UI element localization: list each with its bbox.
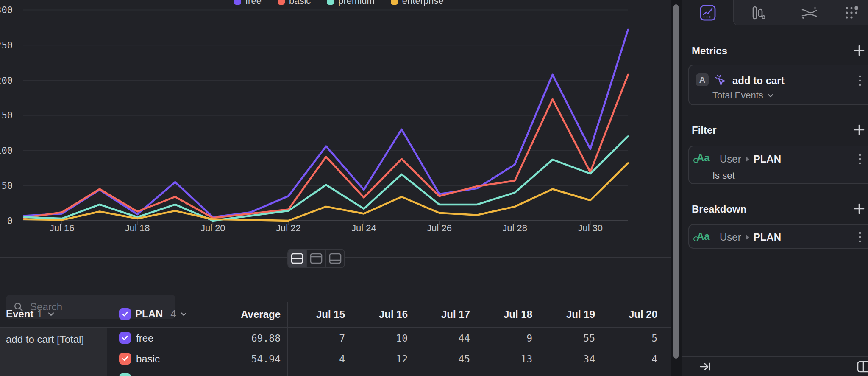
layout-chart-top-button[interactable] bbox=[307, 250, 326, 267]
check-icon bbox=[121, 334, 129, 342]
filter-options-kebab[interactable] bbox=[859, 153, 861, 167]
breakdown-card[interactable]: Aa User PLAN bbox=[688, 224, 868, 249]
basic-checkbox[interactable] bbox=[119, 353, 131, 365]
tab-bar-chart[interactable] bbox=[733, 0, 783, 25]
metric-card[interactable]: A add to cart Total Events bbox=[688, 65, 868, 105]
tab-more-apps[interactable] bbox=[835, 0, 868, 25]
svg-text:250: 250 bbox=[0, 40, 13, 51]
line-chart: 050100150200250300Jul 16Jul 18Jul 20Jul … bbox=[0, 0, 671, 237]
average-header: Average bbox=[196, 309, 281, 320]
chart-panel: free basic premium enterprise 0501001502… bbox=[0, 0, 671, 376]
table-cell: 12 bbox=[357, 354, 408, 365]
svg-text:Jul 18: Jul 18 bbox=[125, 223, 150, 233]
plan-label: free bbox=[136, 332, 153, 344]
date-header: Jul 15 bbox=[294, 309, 345, 320]
table-header-row: Event 1 PLAN 4 Average Jul 15 Jul 16 Jul… bbox=[0, 301, 671, 328]
layout-toggle-group bbox=[287, 249, 345, 268]
average-value: 69.88 bbox=[196, 333, 281, 344]
plan-label: premium bbox=[136, 374, 175, 376]
svg-text:Jul 20: Jul 20 bbox=[200, 223, 225, 233]
plus-icon bbox=[853, 123, 865, 136]
tab-insights[interactable] bbox=[682, 0, 733, 25]
layout-chart-bottom-button[interactable] bbox=[326, 250, 344, 267]
chevron-down-icon bbox=[181, 312, 187, 316]
breadcrumb-arrow-icon bbox=[746, 234, 749, 240]
metric-letter-badge: A bbox=[696, 73, 709, 86]
filter-heading: Filter bbox=[692, 124, 717, 136]
chart-legend: free basic premium enterprise bbox=[234, 0, 444, 6]
filter-property[interactable]: User PLAN bbox=[720, 153, 781, 165]
breakdown-options-kebab[interactable] bbox=[859, 231, 861, 245]
add-filter-button[interactable] bbox=[853, 123, 865, 138]
svg-text:200: 200 bbox=[0, 75, 13, 86]
svg-text:50: 50 bbox=[2, 180, 13, 191]
split-rows-icon bbox=[291, 253, 303, 264]
scrollbar-thumb[interactable] bbox=[673, 4, 679, 359]
filter-card[interactable]: Aa User PLAN Is set bbox=[688, 146, 868, 184]
table-cell: 4 bbox=[606, 354, 657, 365]
event-count: 1 bbox=[37, 308, 42, 320]
add-breakdown-button[interactable] bbox=[853, 202, 865, 217]
svg-text:Jul 28: Jul 28 bbox=[502, 223, 527, 233]
free-checkbox[interactable] bbox=[119, 332, 131, 344]
chart-bottom-icon bbox=[329, 253, 342, 264]
event-click-icon bbox=[714, 73, 727, 87]
layout-split-rows-button[interactable] bbox=[288, 250, 307, 267]
metric-event-name: add to cart bbox=[732, 75, 785, 87]
insights-line-chart-icon bbox=[699, 4, 716, 21]
table-cell: 3 bbox=[357, 374, 408, 376]
legend-label: premium bbox=[338, 0, 375, 6]
svg-text:Jul 22: Jul 22 bbox=[276, 223, 301, 233]
svg-text:150: 150 bbox=[0, 110, 13, 121]
kebab-icon bbox=[859, 75, 861, 87]
plan-count: 4 bbox=[170, 308, 176, 320]
legend-label: enterprise bbox=[402, 0, 444, 6]
bar-chart-icon bbox=[750, 4, 767, 21]
plan-header-label: PLAN bbox=[135, 308, 163, 320]
chevron-down-icon bbox=[48, 312, 54, 316]
plan-select-all-checkbox[interactable] bbox=[119, 308, 131, 320]
column-divider bbox=[287, 302, 288, 376]
plus-icon bbox=[853, 202, 865, 215]
date-header: Jul 19 bbox=[544, 309, 595, 320]
date-header: Jul 17 bbox=[419, 309, 470, 320]
check-icon bbox=[121, 310, 129, 318]
check-icon bbox=[121, 355, 129, 362]
measure-label: Total Events bbox=[712, 90, 763, 101]
legend-label: free bbox=[245, 0, 262, 6]
kebab-icon bbox=[859, 231, 861, 243]
legend-item-free[interactable]: free bbox=[234, 0, 262, 6]
table-row: free 69.88 7 10 44 9 55 5 bbox=[0, 328, 671, 348]
table-cell: 34 bbox=[544, 354, 595, 365]
premium-swatch bbox=[327, 0, 334, 5]
legend-item-premium[interactable]: premium bbox=[327, 0, 375, 6]
breakdown-property[interactable]: User PLAN bbox=[720, 231, 781, 243]
add-metric-button[interactable] bbox=[853, 44, 865, 59]
average-value: 54.94 bbox=[196, 354, 281, 365]
plan-column-dropdown[interactable]: PLAN 4 bbox=[119, 301, 187, 327]
sidebar-bottom-bar bbox=[682, 356, 868, 376]
event-column-dropdown[interactable]: Event 1 bbox=[6, 301, 54, 327]
svg-text:Jul 16: Jul 16 bbox=[50, 223, 75, 233]
date-header: Jul 18 bbox=[481, 309, 532, 320]
text-property-icon: Aa bbox=[697, 230, 710, 242]
premium-checkbox[interactable] bbox=[119, 373, 131, 376]
legend-item-basic[interactable]: basic bbox=[278, 0, 311, 6]
free-swatch bbox=[234, 0, 241, 5]
svg-text:300: 300 bbox=[0, 5, 13, 15]
svg-text:100: 100 bbox=[0, 145, 13, 156]
event-header-label: Event bbox=[6, 308, 33, 320]
table-cell: 5 bbox=[294, 374, 345, 376]
svg-text:Jul 30: Jul 30 bbox=[578, 223, 603, 233]
breakdown-heading: Breakdown bbox=[692, 203, 746, 215]
measure-dropdown[interactable]: Total Events bbox=[712, 90, 773, 101]
metrics-heading: Metrics bbox=[692, 45, 727, 57]
filter-operator[interactable]: Is set bbox=[712, 170, 735, 181]
collapse-sidebar-button[interactable] bbox=[699, 361, 711, 374]
metric-options-kebab[interactable] bbox=[859, 75, 861, 88]
tab-flows[interactable] bbox=[784, 0, 834, 25]
chevron-down-icon bbox=[768, 94, 773, 98]
table-cell: 44 bbox=[419, 333, 470, 344]
panel-layout-button[interactable] bbox=[857, 361, 868, 374]
legend-item-enterprise[interactable]: enterprise bbox=[391, 0, 444, 6]
